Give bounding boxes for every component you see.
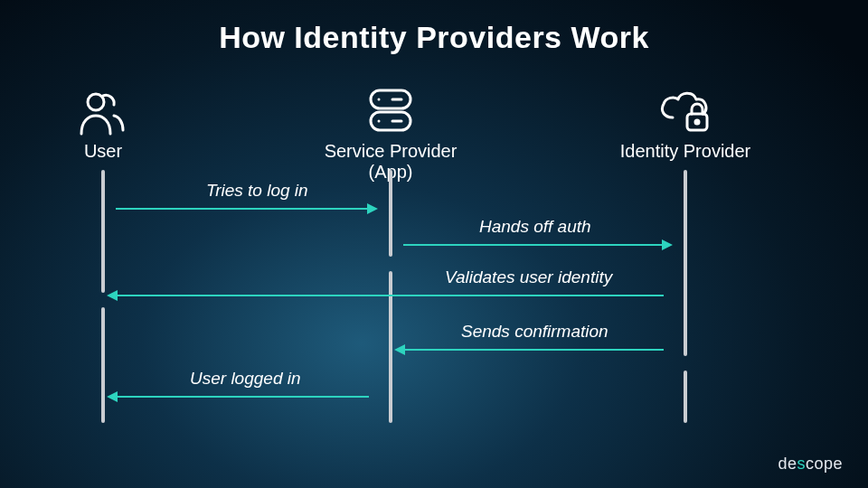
arrow-line-1 [403,244,664,246]
arrow-line-4 [116,396,369,398]
arrow-head-left-4 [107,391,118,402]
arrow-head-right-0 [367,203,378,214]
arrow-label-2: Validates user identity [445,267,612,287]
svg-point-8 [695,120,699,124]
arrow-head-right-1 [662,239,673,250]
lane-identity-provider: Identity Provider [595,83,776,162]
cloud-lock-icon [595,83,776,136]
arrow-label-1: Hands off auth [479,217,591,237]
arrow-line-3 [403,349,664,351]
svg-point-0 [88,94,104,110]
arrow-line-2 [116,295,664,296]
brand-pre: de [778,455,797,473]
arrow-label-3: Sends confirmation [461,322,609,342]
brand-accent: s [797,455,806,473]
lane-service-provider: Service Provider (App) [300,83,481,183]
brand-logo: descope [778,455,843,474]
diagram-title: How Identity Providers Work [0,0,868,55]
arrow-label-4: User logged in [190,369,301,389]
arrows-container: Tries to log inHands off authValidates u… [0,170,868,459]
arrow-line-0 [116,208,369,210]
svg-rect-1 [371,90,410,108]
arrow-head-left-2 [107,290,118,301]
lane-user: User [13,83,193,162]
user-icon [13,83,193,136]
lane-user-label: User [13,141,193,162]
server-icon [300,83,481,136]
lane-idp-label: Identity Provider [595,141,776,162]
brand-post: cope [806,455,843,473]
arrow-label-0: Tries to log in [206,181,308,201]
svg-rect-2 [371,112,410,130]
arrow-head-left-3 [394,344,405,355]
